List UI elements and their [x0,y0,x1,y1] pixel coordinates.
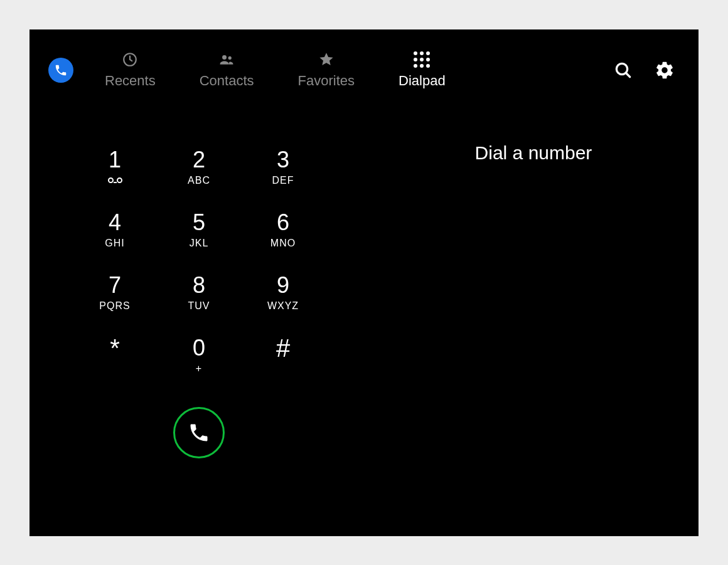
tab-label: Contacts [200,73,254,89]
key-digit: 3 [277,149,289,171]
tab-label: Favorites [298,73,355,89]
tab-recents[interactable]: Recents [105,51,156,89]
settings-button[interactable] [650,55,680,85]
key-star[interactable]: * [73,324,157,387]
phone-icon [188,421,210,444]
key-letters: DEF [272,175,294,186]
key-0[interactable]: 0 + [157,324,241,387]
key-3[interactable]: 3 DEF [241,136,325,199]
svg-point-1 [222,55,227,60]
key-letters: GHI [105,238,124,249]
key-letters: WXYZ [267,300,299,312]
key-letters: JKL [190,238,209,249]
phone-icon [54,63,68,77]
key-6[interactable]: 6 MNO [241,199,325,261]
key-digit: # [276,335,290,361]
clock-icon [122,51,138,68]
key-letters: MNO [270,238,296,249]
key-9[interactable]: 9 WXYZ [241,261,325,324]
key-5[interactable]: 5 JKL [157,199,241,261]
people-icon [218,51,235,68]
key-letters: TUV [188,300,210,312]
key-digit: 5 [193,211,205,234]
phone-app-icon[interactable] [48,58,73,83]
key-digit: 4 [109,211,121,234]
content-area: 1 2 ABC 3 DEF 4 GHI [29,111,699,536]
key-8[interactable]: 8 TUV [157,261,241,324]
key-digit: 9 [277,274,289,297]
key-digit: 2 [193,149,205,171]
star-icon [318,51,335,68]
display-prompt: Dial a number [475,142,592,536]
gear-icon [655,60,675,80]
dial-grid: 1 2 ABC 3 DEF 4 GHI [73,136,325,387]
tab-dialpad[interactable]: Dialpad [399,51,446,89]
key-letters: ABC [188,175,210,186]
key-letters: + [196,363,202,374]
key-digit: 7 [109,274,121,297]
svg-line-4 [626,73,629,77]
key-hash[interactable]: # [241,324,325,387]
tabs: Recents Contacts [105,51,446,89]
svg-point-2 [228,56,232,59]
key-1[interactable]: 1 [73,136,157,199]
phone-app: Recents Contacts [29,29,699,536]
call-row [29,407,368,458]
key-digit: * [110,335,120,361]
tab-favorites[interactable]: Favorites [298,51,355,89]
key-digit: 1 [109,149,121,171]
key-digit: 8 [193,274,205,297]
search-button[interactable] [608,55,638,85]
tab-label: Dialpad [399,73,446,89]
tab-label: Recents [105,73,156,89]
key-4[interactable]: 4 GHI [73,199,157,261]
key-digit: 6 [277,211,289,234]
voicemail-icon [108,175,122,186]
tab-contacts[interactable]: Contacts [200,51,254,89]
top-bar: Recents Contacts [29,29,699,111]
key-digit: 0 [193,337,205,359]
key-2[interactable]: 2 ABC [157,136,241,199]
dialpad: 1 2 ABC 3 DEF 4 GHI [29,111,368,536]
dialpad-icon [414,51,430,68]
key-letters: PQRS [99,300,130,312]
number-display: Dial a number [368,111,699,536]
call-button[interactable] [173,407,225,458]
key-7[interactable]: 7 PQRS [73,261,157,324]
search-icon [613,60,633,80]
